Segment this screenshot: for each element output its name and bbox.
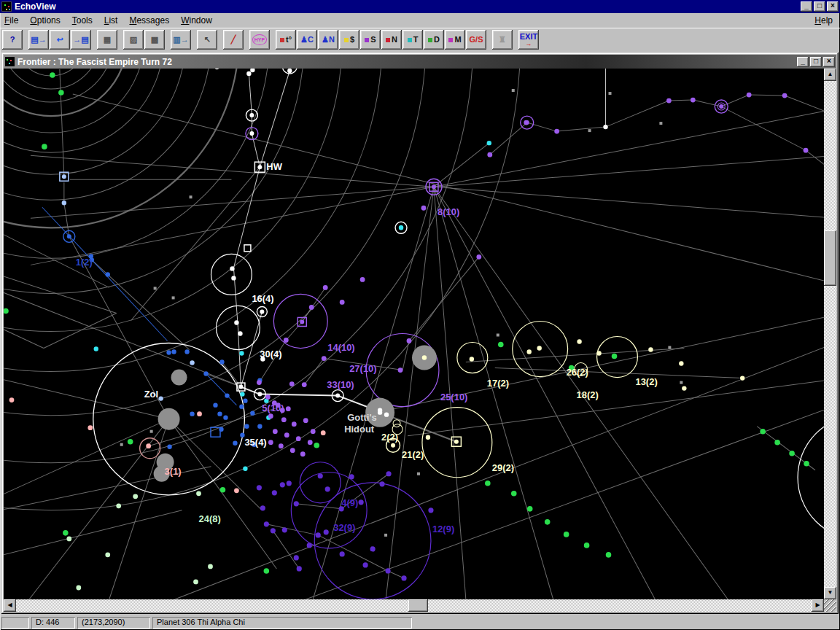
horizontal-scroll-thumb[interactable] xyxy=(408,599,428,612)
star-dot[interactable] xyxy=(422,355,427,359)
star-dot[interactable] xyxy=(804,148,809,153)
star-dot[interactable] xyxy=(286,406,291,411)
star-dot[interactable] xyxy=(281,417,287,422)
star-dot[interactable] xyxy=(190,360,194,365)
star-dot[interactable] xyxy=(167,445,171,449)
columns-button[interactable]: ▥→ xyxy=(171,30,191,50)
star-dot[interactable] xyxy=(554,129,559,134)
star-dot[interactable] xyxy=(302,382,307,387)
distance-tool-button[interactable]: ↖ xyxy=(197,30,217,50)
star-dot[interactable] xyxy=(225,393,229,397)
star-dot[interactable] xyxy=(606,552,612,558)
star-dot[interactable] xyxy=(184,349,189,354)
map-label[interactable]: 32(9) xyxy=(333,522,355,533)
star-dot[interactable] xyxy=(220,487,226,493)
star-dot[interactable] xyxy=(42,144,47,149)
tritanium-button[interactable]: T xyxy=(402,30,423,50)
menu-item-messages[interactable]: Messages xyxy=(129,15,169,26)
star-dot[interactable] xyxy=(340,551,345,556)
star-dot[interactable] xyxy=(268,413,273,419)
colonists-button[interactable]: ♟C xyxy=(297,30,317,50)
map-maximize-button[interactable]: □ xyxy=(810,57,822,67)
star-dot[interactable] xyxy=(196,491,201,496)
star-dot[interactable] xyxy=(527,349,532,354)
star-dot[interactable] xyxy=(213,402,217,407)
star-dot[interactable] xyxy=(271,528,276,533)
star-dot[interactable] xyxy=(116,503,121,508)
duranium-button[interactable]: D xyxy=(424,30,444,50)
star-dot[interactable] xyxy=(391,443,395,448)
star-dot[interactable] xyxy=(719,104,723,109)
star-dot[interactable] xyxy=(545,519,551,525)
star-dot[interactable] xyxy=(318,473,323,478)
menu-item-options[interactable]: Options xyxy=(30,15,60,26)
star-dot[interactable] xyxy=(106,272,110,276)
map-label[interactable]: 17(2) xyxy=(487,378,509,389)
star-dot[interactable] xyxy=(324,529,329,534)
star-dot[interactable] xyxy=(257,165,262,169)
natives-button[interactable]: ♟N xyxy=(318,30,338,50)
star-dot[interactable] xyxy=(782,93,788,98)
star-dot[interactable] xyxy=(219,359,224,364)
star-dot[interactable] xyxy=(335,394,340,398)
star-dot[interactable] xyxy=(76,586,81,591)
star-dot[interactable] xyxy=(287,481,292,486)
map-label[interactable]: 14(10) xyxy=(327,342,354,353)
map-label[interactable]: 29(2) xyxy=(492,462,514,473)
star-dot[interactable] xyxy=(50,72,55,78)
star-dot[interactable] xyxy=(359,499,364,505)
close-button[interactable]: × xyxy=(827,1,839,12)
map-label[interactable]: 13(2) xyxy=(635,376,657,387)
starmap-alt-button[interactable]: ▩ xyxy=(144,30,165,50)
scroll-up-button[interactable]: ▲ xyxy=(824,69,836,81)
gs-toggle-button[interactable]: G/S xyxy=(466,30,486,50)
star-dot[interactable] xyxy=(223,415,228,419)
star-dot[interactable] xyxy=(487,152,492,158)
star-dot[interactable] xyxy=(294,501,299,506)
supplies-button[interactable]: S xyxy=(360,30,381,50)
star-dot[interactable] xyxy=(268,440,273,445)
scroll-left-button[interactable]: ◀ xyxy=(4,599,16,612)
robot-button[interactable]: ♜ xyxy=(492,30,513,50)
star-dot[interactable] xyxy=(282,527,287,532)
star-dot[interactable] xyxy=(294,555,299,560)
star-dot[interactable] xyxy=(309,305,314,310)
menu-item-help[interactable]: Help xyxy=(814,15,833,26)
star-dot[interactable] xyxy=(272,490,277,495)
star-dot[interactable] xyxy=(316,532,321,537)
star-dot[interactable] xyxy=(66,536,71,541)
star-dot[interactable] xyxy=(67,234,71,238)
star-dot[interactable] xyxy=(432,184,436,189)
star-dot[interactable] xyxy=(511,491,517,497)
map-label[interactable]: 27(10) xyxy=(349,363,376,374)
horizontal-scrollbar[interactable]: ◀ ▶ xyxy=(4,599,824,612)
star-dot[interactable] xyxy=(498,342,504,348)
star-dot[interactable] xyxy=(284,338,289,343)
star-dot[interactable] xyxy=(308,440,313,445)
vertical-scrollbar[interactable]: ▲ ▼ xyxy=(824,69,836,599)
star-dot[interactable] xyxy=(679,361,683,365)
star-dot[interactable] xyxy=(9,397,15,402)
star-dot[interactable] xyxy=(297,566,302,571)
star-dot[interactable] xyxy=(240,392,244,396)
star-dot[interactable] xyxy=(88,425,93,430)
star-dot[interactable] xyxy=(740,376,744,380)
scroll-right-button[interactable]: ▶ xyxy=(812,599,824,612)
star-dot[interactable] xyxy=(407,338,412,343)
star-dot[interactable] xyxy=(260,505,265,510)
star-dot[interactable] xyxy=(323,285,328,290)
star-dot[interactable] xyxy=(243,398,247,402)
star-dot[interactable] xyxy=(257,380,262,385)
star-dot[interactable] xyxy=(360,277,365,282)
starmap-canvas[interactable]: HW16(4)30(4)Zol35(4)Gotti'sHidout8(10)14… xyxy=(4,69,824,599)
star-dot[interactable] xyxy=(203,371,208,376)
star-dot[interactable] xyxy=(682,386,686,390)
star-dot[interactable] xyxy=(193,580,198,585)
star-dot[interactable] xyxy=(603,125,607,129)
star-dot[interactable] xyxy=(287,69,292,73)
star-dot[interactable] xyxy=(289,381,295,386)
map-minimize-button[interactable]: _ xyxy=(797,57,809,67)
star-dot[interactable] xyxy=(760,429,766,435)
map-label[interactable]: 1(2) xyxy=(76,257,93,268)
money-button[interactable]: $ xyxy=(339,30,359,50)
